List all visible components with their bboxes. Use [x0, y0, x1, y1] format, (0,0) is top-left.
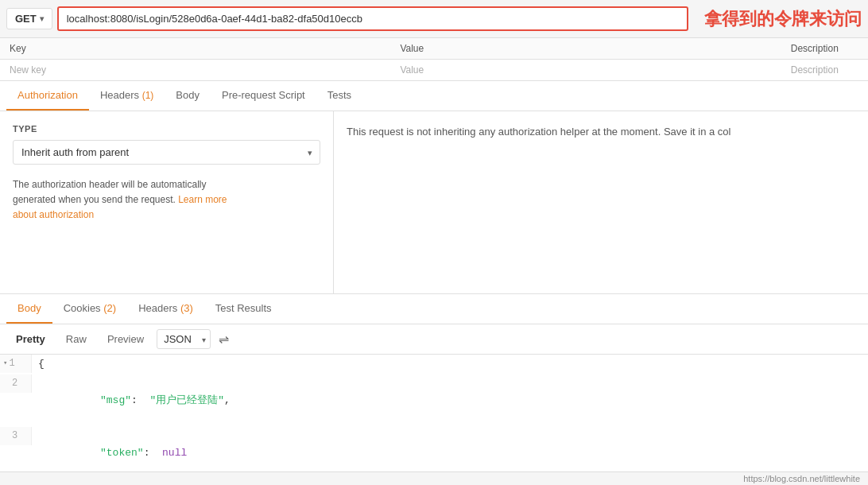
col-description: Description	[781, 38, 868, 60]
col-value: Value	[390, 38, 781, 60]
auth-description: The authorization header will be automat…	[13, 177, 320, 223]
resp-tab-test-results[interactable]: Test Results	[204, 294, 283, 324]
format-bar: Pretty Raw Preview JSON XML HTML Text ▾ …	[0, 324, 868, 355]
resp-headers-badge: (3)	[180, 302, 193, 314]
auth-left: TYPE Inherit auth from parent No Auth Be…	[0, 111, 334, 293]
tab-authorization[interactable]: Authorization	[6, 81, 89, 111]
resp-tab-headers[interactable]: Headers (3)	[127, 294, 204, 324]
response-tabs-bar: Body Cookies (2) Headers (3) Test Result…	[0, 294, 868, 324]
url-input-wrapper	[57, 6, 688, 31]
status-bar: https://blog.csdn.net/littlewhite	[0, 471, 868, 485]
tab-pre-request-script[interactable]: Pre-request Script	[211, 81, 316, 111]
json-format-select[interactable]: JSON XML HTML Text	[157, 329, 211, 349]
line-num-3: 3	[0, 427, 32, 445]
col-key: Key	[0, 38, 390, 60]
resp-tab-cookies[interactable]: Cookies (2)	[52, 294, 127, 324]
method-arrow: ▾	[40, 14, 44, 23]
json-select-wrapper: JSON XML HTML Text ▾	[157, 329, 211, 349]
msg-key: "msg"	[76, 394, 131, 406]
status-url: https://blog.csdn.net/littlewhite	[743, 474, 860, 483]
method-label: GET	[15, 13, 37, 25]
auth-right-text: This request is not inheriting any autho…	[347, 124, 730, 140]
code-line-2: 2 "msg": "用户已经登陆",	[0, 374, 868, 427]
line-num-2: 2	[0, 374, 32, 393]
cookies-badge: (2)	[103, 302, 116, 314]
params-table: Key Value Description New key Value Desc…	[0, 38, 868, 81]
resp-tab-body[interactable]: Body	[6, 294, 52, 324]
request-tabs-bar: Authorization Headers (1) Body Pre-reque…	[0, 81, 868, 111]
type-select-wrapper: Inherit auth from parent No Auth Bearer …	[13, 140, 320, 165]
auth-desc-text: The authorization header will be automat…	[13, 179, 206, 205]
line-content-1: {	[32, 355, 51, 374]
method-button[interactable]: GET ▾	[6, 8, 52, 29]
msg-value: "用户已经登陆"	[149, 394, 224, 406]
tab-headers[interactable]: Headers (1)	[89, 81, 165, 111]
wrap-icon[interactable]: ⇌	[219, 332, 229, 347]
line-num-1: ▾ 1	[0, 355, 32, 373]
tab-body[interactable]: Body	[165, 81, 211, 111]
token-value: null	[162, 447, 187, 459]
url-input[interactable]	[59, 8, 687, 29]
annotation-text: 拿得到的令牌来访问	[704, 7, 862, 31]
tab-tests[interactable]: Tests	[316, 81, 362, 111]
auth-right: This request is not inheriting any autho…	[334, 111, 868, 293]
description-cell[interactable]: Description	[781, 60, 868, 81]
fold-arrow-1[interactable]: ▾	[3, 358, 7, 369]
new-key-cell[interactable]: New key	[0, 60, 390, 81]
auth-type-select[interactable]: Inherit auth from parent No Auth Bearer …	[13, 140, 320, 165]
token-key: "token"	[76, 447, 144, 459]
preview-button[interactable]: Preview	[99, 330, 152, 348]
code-line-1: ▾ 1 {	[0, 355, 868, 374]
type-label: TYPE	[13, 124, 320, 134]
headers-badge: (1)	[142, 90, 154, 101]
url-bar: GET ▾ 拿得到的令牌来访问	[0, 0, 868, 38]
value-cell[interactable]: Value	[390, 60, 781, 81]
code-area: ▾ 1 { 2 "msg": "用户已经登陆", 3 "token": null…	[0, 355, 868, 485]
auth-section: TYPE Inherit auth from parent No Auth Be…	[0, 111, 868, 294]
raw-button[interactable]: Raw	[58, 330, 95, 348]
params-placeholder-row: New key Value Description	[0, 60, 868, 81]
pretty-button[interactable]: Pretty	[8, 330, 53, 348]
line-content-2: "msg": "用户已经登陆",	[32, 374, 237, 427]
